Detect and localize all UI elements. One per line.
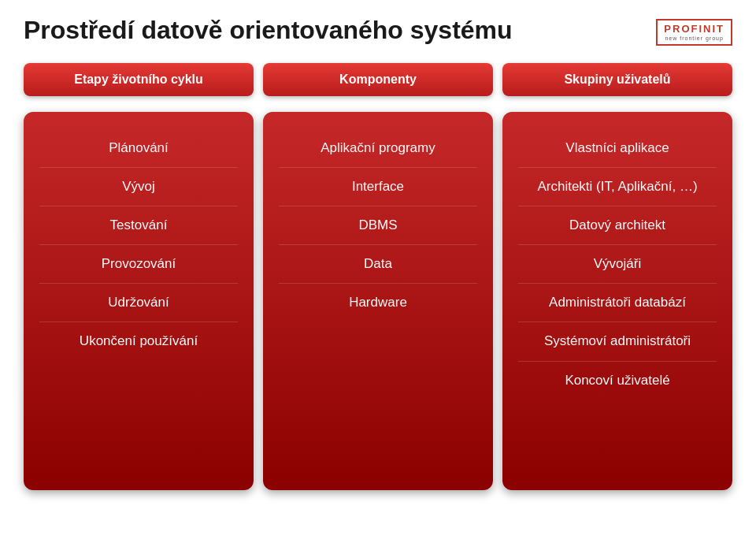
page: Prostředí datově orientovaného systému P… (0, 0, 756, 539)
logo-brand: PROFINIT (664, 24, 724, 34)
list-item: Architekti (IT, Aplikační, …) (518, 168, 717, 206)
column-skupiny: Vlastníci aplikace Architekti (IT, Aplik… (502, 112, 732, 490)
list-item: Provozování (39, 245, 238, 284)
list-item: Datový architekt (518, 206, 717, 245)
column-etapy: Plánování Vývoj Testování Provozování Ud… (24, 112, 254, 490)
list-item: Data (279, 245, 477, 284)
list-item: Plánování (39, 129, 238, 168)
list-item: Interface (279, 168, 477, 206)
content-row: Plánování Vývoj Testování Provozování Ud… (24, 112, 732, 490)
column-komponenty: Aplikační programy Interface DBMS Data H… (263, 112, 493, 490)
list-item: Systémoví administrátoři (518, 322, 717, 361)
list-item: Vývojáři (518, 245, 717, 284)
list-item: Aplikační programy (279, 129, 477, 168)
tab-skupiny[interactable]: Skupiny uživatelů (502, 63, 732, 96)
logo-box: PROFINIT new frontier group (656, 19, 732, 46)
list-item: DBMS (279, 206, 477, 245)
list-item: Hardware (279, 284, 477, 322)
list-item: Vývoj (39, 168, 238, 206)
tab-row: Etapy životního cyklu Komponenty Skupiny… (24, 63, 732, 96)
list-item: Testování (39, 206, 238, 245)
logo-tagline: new frontier group (664, 35, 724, 41)
list-item: Koncoví uživatelé (518, 362, 717, 400)
logo: PROFINIT new frontier group (656, 16, 732, 46)
tab-etapy[interactable]: Etapy životního cyklu (24, 63, 254, 96)
tab-komponenty[interactable]: Komponenty (263, 63, 493, 96)
list-item: Udržování (39, 284, 238, 322)
list-item: Vlastníci aplikace (518, 129, 717, 168)
list-item: Administrátoři databází (518, 284, 717, 322)
header: Prostředí datově orientovaného systému P… (24, 16, 732, 46)
list-item: Ukončení používání (39, 322, 238, 360)
page-title: Prostředí datově orientovaného systému (24, 16, 513, 45)
